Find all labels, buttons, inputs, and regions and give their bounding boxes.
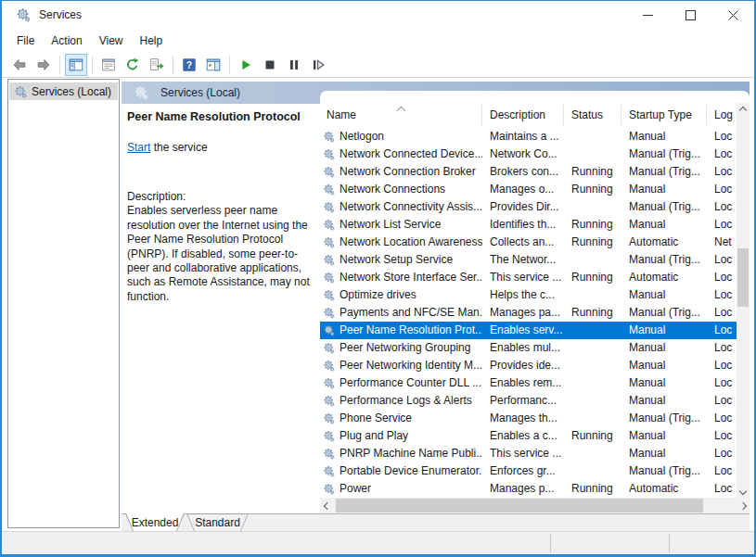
service-startup-type-cell: Manual [621,339,707,357]
service-logon-cell: Loc [707,128,736,146]
service-row[interactable]: Peer Name Resolution Prot...Enables serv… [320,322,737,339]
service-row[interactable]: Performance Counter DLL ...Enables rem..… [320,374,737,392]
service-row[interactable]: Plug and PlayEnables a c...RunningManual… [320,427,737,445]
stop-service-button[interactable] [259,54,281,76]
toolbar: ? [2,52,754,78]
service-status-cell: Running [564,216,621,234]
start-service-link[interactable]: Start [127,141,150,154]
tab-standard[interactable]: Standard [186,513,249,533]
tab-extended[interactable]: Extended [125,513,185,533]
scroll-down-button[interactable] [737,484,750,498]
service-row[interactable]: Network Store Interface Ser...This servi… [320,269,737,286]
status-bar-separator [669,534,670,552]
column-header-description[interactable]: Description [482,105,564,125]
service-description-cell: Manages o... [482,181,564,198]
start-service-suffix: the service [150,141,207,154]
menu-view[interactable]: View [91,30,132,52]
service-row[interactable]: Peer Networking GroupingEnables mul...Ma… [320,339,737,357]
vertical-scrollbar-thumb[interactable] [737,248,749,307]
services-gear-icon [14,85,27,98]
maximize-button[interactable] [669,1,711,30]
back-button[interactable] [8,54,31,76]
service-startup-type-cell: Manual (Trig... [621,198,707,216]
forward-button[interactable] [32,54,55,76]
service-row[interactable]: Network Location AwarenessCollects an...… [320,234,737,251]
service-row[interactable]: NetlogonMaintains a ...ManualLoc [320,128,737,146]
horizontal-scrollbar[interactable] [320,498,750,513]
service-name-cell: Plug and Play [320,427,482,445]
service-name-cell: Phone Service [320,410,482,427]
menu-help[interactable]: Help [132,30,172,52]
service-logon-cell: Loc [707,269,736,286]
service-row[interactable]: Network Setup ServiceThe Networ...Manual… [320,251,737,269]
menu-action[interactable]: Action [43,30,90,52]
column-header-log-on-as[interactable]: Log On As [707,105,736,125]
extended-taskpad-pane: Peer Name Resolution Protocol Start the … [122,104,320,509]
service-startup-type-cell: Manual [621,181,707,198]
service-row[interactable]: Network Connection BrokerBrokers con...R… [320,163,737,181]
service-logon-cell: Loc [707,392,736,410]
show-console-tree-button[interactable] [65,54,87,76]
restart-service-button[interactable] [307,54,329,76]
service-row[interactable]: Optimize drivesHelps the c...ManualLoc [320,286,737,304]
toolbar-separator [59,56,60,74]
service-startup-type-cell: Automatic [621,480,707,498]
tree-item-services-local[interactable]: Services (Local) [9,82,118,100]
service-description-cell: Maintains a ... [482,128,564,146]
service-row[interactable]: Network Connected Device...Network Co...… [320,146,737,163]
service-row[interactable]: PowerManages p...RunningAutomaticLoc [320,480,737,498]
service-status-cell [564,251,621,269]
refresh-button[interactable] [122,54,144,76]
service-status-cell [564,339,621,357]
service-status-cell: Running [564,269,621,286]
service-startup-type-cell: Manual [621,286,707,304]
service-description-cell: Manages p... [482,480,564,498]
service-row[interactable]: Phone ServiceManages th...Manual (Trig..… [320,410,737,427]
service-row[interactable]: Performance Logs & AlertsPerformanc...Ma… [320,392,737,410]
service-name-cell: Network Connections [320,181,482,198]
service-gear-icon [323,166,336,179]
service-row[interactable]: Network Connectivity Assis...Provides Di… [320,198,737,216]
horizontal-scrollbar-thumb[interactable] [336,499,703,513]
service-name-cell: Optimize drives [320,286,482,304]
service-status-cell [564,445,621,462]
scroll-up-button[interactable] [737,103,750,117]
properties-button[interactable] [97,54,120,76]
service-startup-type-cell: Manual (Trig... [621,462,707,480]
list-header-row: Name Description Status Startup Type Log… [320,104,737,126]
column-header-startup-type[interactable]: Startup Type [621,105,707,125]
service-logon-cell: Loc [707,286,736,304]
help-button[interactable]: ? [178,54,200,76]
show-action-pane-button[interactable] [202,54,224,76]
menu-bar: File Action View Help [2,30,754,52]
service-gear-icon [323,412,336,425]
export-list-button[interactable] [146,54,168,76]
vertical-scrollbar[interactable] [737,103,750,498]
service-status-cell: Running [564,181,621,198]
status-bar [2,531,754,554]
menu-file[interactable]: File [8,30,43,52]
pause-service-button[interactable] [283,54,305,76]
service-description-cell: Enables rem... [482,374,564,392]
service-row[interactable]: Payments and NFC/SE Man...Manages pa...R… [320,304,737,322]
minimize-button[interactable] [626,1,669,30]
column-header-name[interactable]: Name [320,105,482,125]
service-row[interactable]: Peer Networking Identity M...Provides id… [320,357,737,374]
service-row[interactable]: Network ConnectionsManages o...RunningMa… [320,181,737,198]
service-row[interactable]: Portable Device Enumerator...Enforces gr… [320,462,737,480]
scroll-right-button[interactable] [736,498,750,513]
description-text: Enables serverless peer name resolution … [127,204,314,304]
service-logon-cell: Loc [707,427,736,445]
close-button[interactable] [711,1,754,30]
service-startup-type-cell: Manual [621,128,707,146]
service-row[interactable]: Network List ServiceIdentifies th...Runn… [320,216,737,234]
service-logon-cell: Loc [707,480,736,498]
scroll-left-button[interactable] [320,498,334,513]
service-row[interactable]: PNRP Machine Name Publi...This service .… [320,445,737,462]
start-service-button[interactable] [235,54,257,76]
service-name-cell: Network Location Awareness [320,234,482,251]
service-name-cell: Network Setup Service [320,251,482,269]
column-header-status[interactable]: Status [564,105,621,125]
service-description-cell: The Networ... [482,251,564,269]
service-name-cell: Network Connection Broker [320,163,482,181]
